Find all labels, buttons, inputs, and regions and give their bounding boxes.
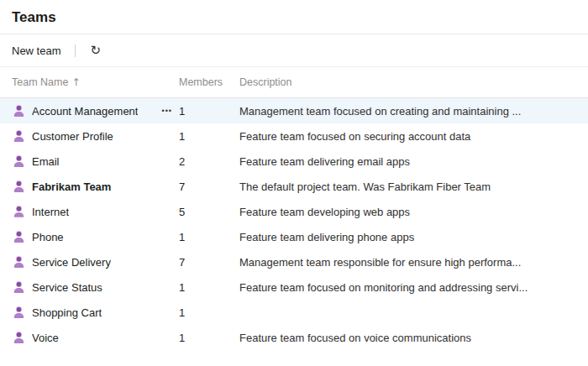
column-header-team-name[interactable]: Team Name↑	[12, 76, 179, 88]
team-icon	[12, 104, 26, 118]
team-name[interactable]: Voice	[32, 332, 59, 344]
team-description: Management team responsible for ensure h…	[239, 256, 588, 269]
team-description: Feature team delivering phone apps	[239, 231, 588, 243]
team-name[interactable]: Account Management	[32, 105, 138, 118]
table-row[interactable]: Customer Profile ••• 1 Feature team focu…	[0, 123, 588, 149]
team-name[interactable]: Phone	[32, 231, 64, 243]
team-members-count: 1	[179, 105, 239, 118]
table-row[interactable]: Voice ••• 1 Feature team focused on voic…	[0, 325, 588, 350]
table-row[interactable]: Shopping Cart ••• 1	[0, 300, 588, 325]
team-name-cell: Fabrikam Team •••	[12, 180, 179, 194]
column-header-team-name-label: Team Name	[12, 76, 68, 88]
team-description: Feature team delivering email apps	[239, 155, 588, 168]
page-header: Teams	[0, 0, 588, 34]
team-members-count: 7	[179, 180, 239, 193]
team-name[interactable]: Service Delivery	[32, 256, 111, 269]
team-icon	[12, 255, 26, 269]
refresh-button[interactable]: ↻	[87, 43, 105, 59]
column-header-description[interactable]: Description	[239, 76, 588, 88]
team-icon	[12, 129, 26, 144]
team-description: Feature team focused on voice communicat…	[239, 332, 588, 344]
team-name[interactable]: Customer Profile	[32, 130, 113, 143]
team-members-count: 7	[179, 256, 239, 269]
table-row[interactable]: Phone ••• 1 Feature team delivering phon…	[0, 224, 588, 249]
team-members-count: 1	[179, 306, 239, 319]
column-header-members[interactable]: Members	[179, 76, 239, 88]
table-header: Team Name↑ Members Description	[0, 67, 588, 98]
team-rows: Account Management ••• 1 Management team…	[0, 98, 588, 350]
team-name-cell: Service Delivery •••	[12, 255, 179, 269]
team-name-cell: Account Management •••	[12, 104, 179, 118]
team-members-count: 1	[179, 332, 239, 344]
team-name-cell: Internet •••	[12, 205, 179, 219]
table-row[interactable]: Fabrikam Team ••• 7 The default project …	[0, 174, 588, 199]
teams-table: Team Name↑ Members Description Account M…	[0, 67, 588, 350]
team-icon	[12, 306, 26, 320]
team-description: Feature team focused on monitoring and a…	[239, 281, 588, 294]
team-icon	[12, 331, 26, 345]
team-name[interactable]: Service Status	[32, 281, 102, 294]
team-name-cell: Phone •••	[12, 230, 179, 244]
team-name-cell: Email •••	[12, 154, 179, 169]
team-members-count: 1	[179, 130, 239, 143]
sort-ascending-icon: ↑	[71, 76, 80, 88]
more-options-button[interactable]: •••	[160, 105, 174, 117]
table-row[interactable]: Account Management ••• 1 Management team…	[0, 98, 588, 123]
team-icon	[12, 154, 26, 169]
team-members-count: 1	[179, 231, 239, 243]
toolbar-divider	[75, 44, 76, 57]
table-row[interactable]: Internet ••• 5 Feature team developing w…	[0, 199, 588, 224]
team-name[interactable]: Internet	[32, 206, 69, 218]
team-name[interactable]: Email	[32, 155, 60, 168]
table-row[interactable]: Service Status ••• 1 Feature team focuse…	[0, 274, 588, 300]
team-name-cell: Shopping Cart •••	[12, 306, 179, 320]
refresh-icon: ↻	[91, 43, 102, 58]
team-icon	[12, 180, 26, 194]
team-icon	[12, 230, 26, 244]
page-title: Teams	[12, 8, 576, 26]
team-members-count: 5	[179, 206, 239, 218]
table-row[interactable]: Email ••• 2 Feature team delivering emai…	[0, 149, 588, 174]
team-name[interactable]: Fabrikam Team	[32, 180, 111, 193]
team-description: Feature team developing web apps	[239, 206, 588, 218]
team-name-cell: Service Status •••	[12, 280, 179, 295]
team-icon	[12, 205, 26, 219]
team-name-cell: Voice •••	[12, 331, 179, 345]
team-members-count: 2	[179, 155, 239, 168]
team-name-cell: Customer Profile •••	[12, 129, 179, 144]
team-members-count: 1	[179, 281, 239, 294]
new-team-button[interactable]: New team	[12, 39, 65, 62]
team-description: Management team focused on creating and …	[239, 105, 588, 118]
team-description: Feature team focused on securing account…	[239, 130, 588, 143]
table-row[interactable]: Service Delivery ••• 7 Management team r…	[0, 249, 588, 274]
team-icon	[12, 280, 26, 295]
team-name[interactable]: Shopping Cart	[32, 306, 102, 319]
teams-page: Teams New team ↻ Team Name↑ Members Desc…	[0, 0, 588, 350]
team-description: The default project team. Was Fabrikam F…	[239, 180, 588, 193]
toolbar: New team ↻	[0, 34, 588, 67]
